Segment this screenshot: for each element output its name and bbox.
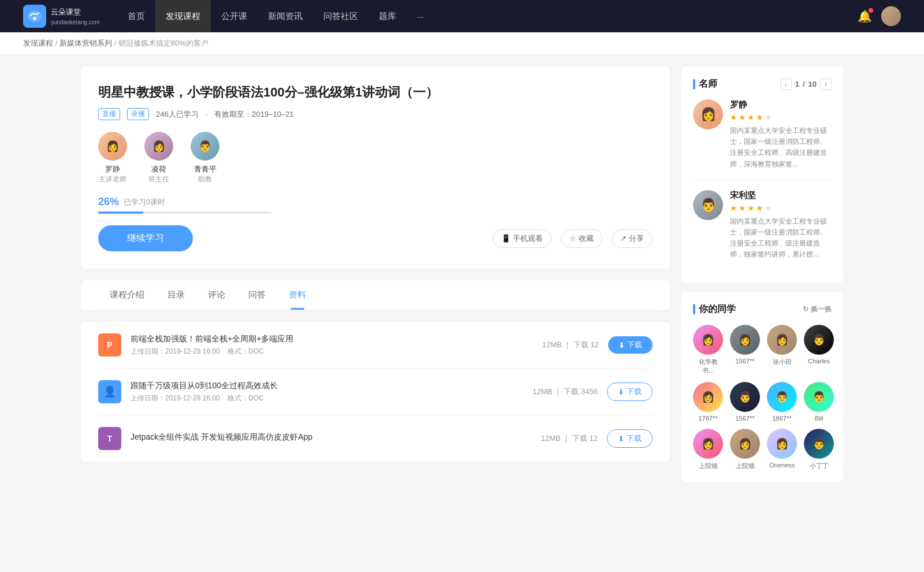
classmate-name-11: 小丁丁 — [810, 462, 829, 470]
classmate-name-7: Bill — [815, 415, 824, 422]
download-button-0[interactable]: ⬇ 下载 — [608, 336, 653, 354]
course-actions: 继续学习 📱 手机观看 ☆ 收藏 ↗ 分享 — [98, 225, 653, 251]
teacher-avatar-0: 👩 — [98, 132, 127, 161]
classmate-avatar-3: 👨 — [804, 325, 834, 355]
tab-qa[interactable]: 问答 — [237, 280, 277, 310]
tab-intro[interactable]: 课程介绍 — [98, 280, 156, 310]
badge-record: 录播 — [127, 108, 149, 120]
phone-watch-label: 手机观看 — [513, 233, 543, 244]
bell-icon[interactable]: 🔔 — [858, 9, 872, 23]
pager-next[interactable]: › — [820, 79, 832, 90]
teacher-item-1: 👩 凌荷 班主任 — [144, 132, 173, 184]
resources-card: P 前端全栈加强版！前端全栈+全周期+多端应用 上传日期：2019-12-28 … — [81, 322, 670, 462]
progress-label: 26% 已学习0课时 — [98, 196, 653, 208]
teachers-title-label: 名师 — [699, 78, 717, 90]
course-meta: 直播 录播 246人已学习 · 有效期至：2019–10–21 — [98, 108, 653, 120]
download-button-2[interactable]: ⬇ 下载 — [607, 429, 653, 448]
collect-label: 收藏 — [579, 233, 594, 244]
pager-prev[interactable]: ‹ — [780, 79, 792, 90]
classmate-avatar-6: 👨 — [767, 382, 797, 412]
phone-watch-button[interactable]: 📱 手机观看 — [493, 229, 552, 248]
resource-stats-1: 12MB ｜ 下载 3456 — [532, 387, 598, 397]
resource-info-0: 前端全栈加强版！前端全栈+全周期+多端应用 上传日期：2019-12-28 16… — [131, 334, 533, 356]
logo[interactable]: 云朵课堂yundaoketang.com — [23, 5, 100, 28]
teachers-sidebar-card: 名师 ‹ 1/10 › 👩 罗静 ★ ★ ★ — [681, 66, 843, 283]
classmate-0[interactable]: 👩 化学教书... — [693, 325, 723, 375]
sidebar-teacher-avatar-1: 👨 — [693, 190, 723, 220]
tab-review[interactable]: 评论 — [196, 280, 237, 310]
classmate-name-8: 上院镜 — [699, 462, 718, 470]
star-3: ★ — [747, 113, 755, 122]
logo-icon — [23, 5, 46, 28]
badge-live: 直播 — [98, 108, 120, 120]
classmate-name-2: 张小田 — [773, 358, 792, 366]
sidebar-teacher-avatar-0: 👩 — [693, 99, 723, 129]
resource-icon-2: T — [98, 427, 121, 450]
course-title: 明星中教授课，小学阶段语法100分–强化级第1讲动词（一） — [98, 84, 653, 101]
classmate-10[interactable]: 👩 Oneness — [767, 429, 797, 470]
star-1: ★ — [730, 113, 737, 122]
collect-button[interactable]: ☆ 收藏 — [561, 229, 602, 248]
nav-quiz[interactable]: 题库 — [368, 0, 407, 32]
download-button-1[interactable]: ⬇ 下载 — [607, 382, 653, 401]
user-avatar[interactable] — [881, 6, 901, 26]
classmate-3[interactable]: 👨 Charles — [804, 325, 834, 375]
nav-qa[interactable]: 问答社区 — [313, 0, 368, 32]
sidebar-teacher-0: 👩 罗静 ★ ★ ★ ★ ★ 国内某重点大学安全工程专业硕士，国家一级注册消防工… — [693, 99, 832, 170]
teacher-role-1: 班主任 — [148, 174, 169, 184]
classmates-title-bar — [693, 304, 695, 314]
nav-more[interactable]: ··· — [407, 0, 435, 32]
tab-resources[interactable]: 资料 — [277, 280, 318, 310]
nav-discover[interactable]: 发现课程 — [155, 0, 211, 32]
classmate-name-10: Oneness — [769, 462, 795, 469]
classmate-avatar-7: 👨 — [804, 382, 834, 412]
classmates-card: 你的同学 ↻ 换一换 👩 化学教书... 👩 — [681, 292, 843, 482]
sidebar-teacher-1: 👨 宋利坚 ★ ★ ★ ★ ★ 国内某重点大学安全工程专业硕士，国家一级注册消防… — [693, 190, 832, 261]
teacher-info-2: 青青平 助教 — [194, 164, 217, 184]
resource-title-1: 跟随千万级项目从0到100全过程高效成长 — [131, 381, 523, 391]
continue-button[interactable]: 继续学习 — [98, 225, 193, 251]
sidebar-teacher-info-0: 罗静 ★ ★ ★ ★ ★ 国内某重点大学安全工程专业硕士，国家一级注册消防工程师… — [730, 99, 832, 170]
teacher-info-1: 凌荷 班主任 — [148, 164, 169, 184]
star-2: ★ — [739, 113, 746, 122]
star-5: ★ — [765, 113, 772, 122]
classmate-7[interactable]: 👨 Bill — [804, 382, 834, 422]
resource-stats-2: 12MB ｜ 下载 12 — [541, 433, 598, 444]
breadcrumb-sep2: / — [114, 39, 118, 47]
dot-sep: · — [206, 110, 208, 118]
tab-catalog[interactable]: 目录 — [156, 280, 196, 310]
star-3b: ★ — [747, 203, 755, 213]
classmate-11[interactable]: 👨 小丁丁 — [804, 429, 834, 470]
resource-item-1: 👤 跟随千万级项目从0到100全过程高效成长 上传日期：2019-12-28 1… — [98, 369, 653, 415]
nav-open[interactable]: 公开课 — [211, 0, 258, 32]
teacher-name-1: 凌荷 — [148, 164, 169, 174]
title-bar-icon — [693, 79, 695, 90]
share-button[interactable]: ↗ 分享 — [612, 229, 653, 248]
resource-stats-0: 12MB ｜ 下载 12 — [542, 340, 599, 350]
breadcrumb-discover[interactable]: 发现课程 — [23, 39, 53, 47]
breadcrumb-series[interactable]: 新媒体营销系列 — [59, 39, 112, 47]
classmate-2[interactable]: 👩 张小田 — [767, 325, 797, 375]
pager: ‹ 1/10 › — [780, 79, 832, 90]
classmate-9[interactable]: 👩 上院镜 — [730, 429, 760, 470]
download-icon-2: ⬇ — [618, 434, 624, 443]
share-label: 分享 — [629, 233, 644, 244]
refresh-button[interactable]: ↻ 换一换 — [803, 304, 832, 314]
classmate-8[interactable]: 👩 上院镜 — [693, 429, 723, 470]
sidebar-teacher-desc-0: 国内某重点大学安全工程专业硕士，国家一级注册消防工程师、注册安全工程师、高级注册… — [730, 125, 832, 170]
classmate-name-9: 上院镜 — [736, 462, 755, 470]
teacher-info-0: 罗静 主讲老师 — [99, 164, 126, 184]
classmate-name-6: 1867** — [772, 415, 791, 422]
breadcrumb-sep1: / — [55, 39, 59, 47]
classmate-6[interactable]: 👨 1867** — [767, 382, 797, 422]
classmate-5[interactable]: 👨 1567** — [730, 382, 760, 422]
classmate-4[interactable]: 👩 1767** — [693, 382, 723, 422]
progress-bar-fill — [98, 211, 143, 214]
nav-news[interactable]: 新闻资讯 — [258, 0, 313, 32]
navbar: 云朵课堂yundaoketang.com 首页 发现课程 公开课 新闻资讯 问答… — [0, 0, 924, 32]
nav-home[interactable]: 首页 — [117, 0, 155, 32]
classmate-1[interactable]: 👩 1567** — [730, 325, 760, 375]
classmate-name-0: 化学教书... — [693, 358, 723, 375]
sidebar-teacher-info-1: 宋利坚 ★ ★ ★ ★ ★ 国内某重点大学安全工程专业硕士，国家一级注册消防工程… — [730, 190, 832, 261]
breadcrumb: 发现课程 / 新媒体营销系列 / 销冠修炼术搞定80%的客户 — [0, 32, 924, 55]
